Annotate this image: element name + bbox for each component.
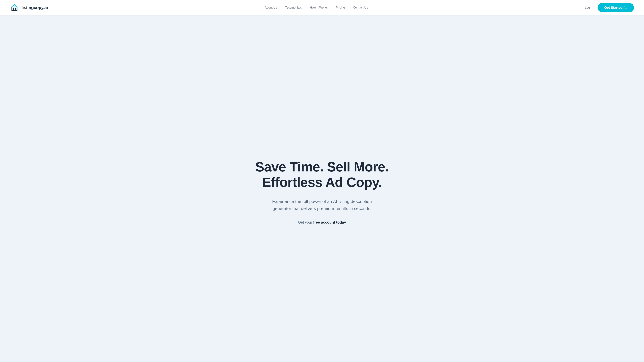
nav-link-about[interactable]: About Us (265, 6, 277, 9)
get-started-button[interactable]: Get Started f... (598, 3, 634, 12)
hero-section: Save Time. Sell More. Effortless Ad Copy… (0, 15, 644, 362)
nav-item-pricing[interactable]: Pricing (336, 6, 345, 9)
nav-item-how-it-works[interactable]: How It Works (310, 6, 328, 9)
brand-name: listingcopy.ai (22, 5, 48, 10)
nav-link-testimonials[interactable]: Testimonials (285, 6, 302, 9)
nav-item-contact[interactable]: Contact Us (353, 6, 368, 9)
hero-cta-prefix: Get your (298, 220, 313, 224)
nav-link-contact[interactable]: Contact Us (353, 6, 368, 9)
nav-item-testimonials[interactable]: Testimonials (285, 6, 302, 9)
nav-link-how-it-works[interactable]: How It Works (310, 6, 328, 9)
nav-menu: About Us Testimonials How It Works Prici… (265, 6, 368, 9)
navbar-actions: Login Get Started f... (585, 3, 634, 12)
hero-cta-bold: free account today (313, 220, 346, 224)
nav-item-about[interactable]: About Us (265, 6, 277, 9)
hero-title: Save Time. Sell More. Effortless Ad Copy… (255, 159, 389, 190)
navbar: listingcopy.ai About Us Testimonials How… (0, 0, 644, 15)
logo-area[interactable]: listingcopy.ai (10, 3, 48, 12)
svg-point-0 (14, 4, 15, 5)
nav-link-pricing[interactable]: Pricing (336, 6, 345, 9)
login-link[interactable]: Login (585, 6, 592, 9)
hero-title-line2: Effortless Ad Copy. (262, 175, 382, 190)
hero-subtitle: Experience the full power of an AI listi… (263, 198, 381, 212)
hero-title-line1: Save Time. Sell More. (255, 159, 389, 174)
hero-cta-text: Get your free account today (298, 220, 346, 225)
logo-icon (10, 3, 19, 12)
